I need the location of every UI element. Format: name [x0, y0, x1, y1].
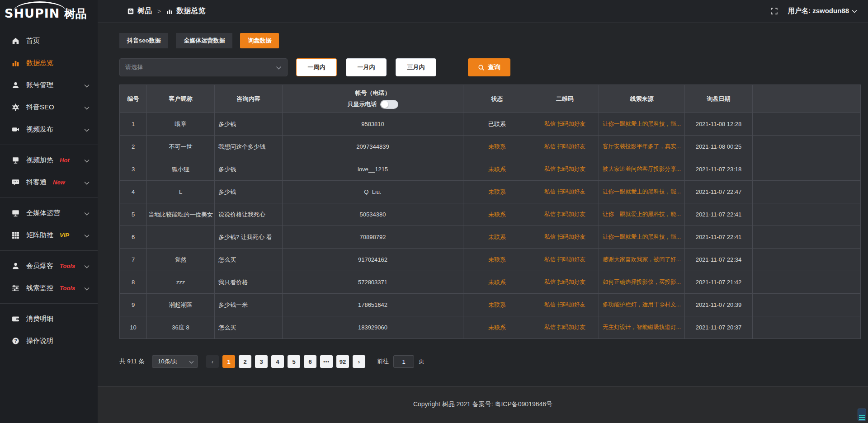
sidebar-item-video-heating[interactable]: 视频加热 Hot [0, 149, 98, 171]
user-dropdown[interactable]: 用户名: zswodun88 [788, 7, 857, 15]
chart-icon [12, 59, 19, 67]
cell-source-link[interactable]: 多功能护栏灯，适用于乡村文... [599, 294, 685, 316]
cell-qrcode-link[interactable]: 私信 扫码加好友 [531, 113, 599, 136]
account-select[interactable]: 请选择 [119, 58, 288, 76]
cell-qrcode-link[interactable]: 私信 扫码加好友 [531, 158, 599, 181]
cell-status: 未联系 [463, 203, 531, 226]
sidebar-item-label: 视频加热 [26, 156, 53, 164]
tab-omni-media-data[interactable]: 全媒体运营数据 [176, 33, 232, 48]
fullscreen-icon[interactable] [770, 7, 778, 15]
sidebar-item-douketong[interactable]: 抖客通 New [0, 171, 98, 193]
cell-qrcode-link[interactable]: 私信 扫码加好友 [531, 181, 599, 203]
cell-qrcode-link[interactable]: 私信 扫码加好友 [531, 294, 599, 316]
tab-inquiry-data[interactable]: 询盘数据 [240, 33, 279, 48]
phone-only-toggle[interactable] [380, 100, 398, 109]
cell-source-link[interactable]: 无主灯设计，智能磁吸轨道灯... [599, 316, 685, 339]
jump-prefix-label: 前往 [377, 357, 389, 366]
chat-icon [12, 179, 19, 186]
cell-account: Q_Liu. [283, 181, 463, 203]
cell-nickname: 觉然 [147, 249, 215, 271]
page-footer: Copyright 树品 2021 备案号: 粤ICP备09019646号 [98, 386, 868, 423]
cell-source-link[interactable]: 让你一眼就爱上的黑科技，能... [599, 113, 685, 136]
sidebar-item-instructions[interactable]: ? 操作说明 [0, 330, 98, 352]
cell-status: 未联系 [463, 136, 531, 158]
grid-icon [12, 231, 19, 239]
sidebar-item-home[interactable]: 首页 [0, 30, 98, 52]
cell-nickname: 潮起潮落 [147, 294, 215, 316]
cell-content: 怎么买 [215, 249, 283, 271]
range-quarter-button[interactable]: 三月内 [396, 58, 436, 76]
cell-qrcode-link[interactable]: 私信 扫码加好友 [531, 136, 599, 158]
page-button-5[interactable]: 5 [288, 355, 300, 368]
sidebar-item-data-overview[interactable]: 数据总览 [0, 52, 98, 74]
sidebar-item-label: 全媒体运营 [26, 209, 60, 217]
column-empty [753, 85, 861, 113]
cell-status: 未联系 [463, 316, 531, 339]
cell-qrcode-link[interactable]: 私信 扫码加好友 [531, 249, 599, 271]
cell-qrcode-link[interactable]: 私信 扫码加好友 [531, 316, 599, 339]
page-button-2[interactable]: 2 [239, 355, 251, 368]
cell-empty [753, 226, 861, 249]
sidebar-item-video-publish[interactable]: 视频发布 [0, 118, 98, 141]
cell-id: 8 [120, 271, 147, 294]
sidebar-item-label: 矩阵助推 [26, 231, 53, 240]
cell-status: 未联系 [463, 158, 531, 181]
sidebar-item-omni-media[interactable]: 全媒体运营 [0, 202, 98, 224]
sidebar-item-douyin-seo[interactable]: 抖音SEO [0, 96, 98, 118]
logo[interactable]: SHUPIN 树品 [0, 0, 98, 25]
cell-account: 917024162 [283, 249, 463, 271]
cell-id: 10 [120, 316, 147, 339]
page-size-select[interactable]: 10条/页 [152, 355, 198, 368]
cell-nickname: 36度 8 [147, 316, 215, 339]
search-button[interactable]: 查询 [468, 58, 510, 76]
cell-source-link[interactable]: 感谢大家喜欢我家，被问了好... [599, 249, 685, 271]
home-icon [12, 37, 19, 45]
chevron-down-icon [84, 156, 90, 164]
sliders-icon [12, 284, 19, 292]
breadcrumb-root[interactable]: 树品 [137, 6, 152, 16]
cell-qrcode-link[interactable]: 私信 扫码加好友 [531, 203, 599, 226]
sidebar-item-account-management[interactable]: 账号管理 [0, 74, 98, 96]
tab-douyin-seo-data[interactable]: 抖音seo数据 [119, 33, 168, 48]
cell-source-link[interactable]: 让你一眼就爱上的黑科技，能... [599, 181, 685, 203]
cell-qrcode-link[interactable]: 私信 扫码加好友 [531, 226, 599, 249]
column-account: 帐号（电话） 只显示电话 [283, 85, 463, 113]
range-week-button[interactable]: 一周内 [296, 58, 337, 76]
cell-nickname: L [147, 181, 215, 203]
page-button-92[interactable]: 92 [336, 355, 349, 368]
more-pages-button[interactable]: ••• [320, 355, 333, 368]
cell-qrcode-link[interactable]: 私信 扫码加好友 [531, 271, 599, 294]
cell-id: 6 [120, 226, 147, 249]
chevron-down-icon [84, 81, 90, 89]
next-page-button[interactable]: › [353, 355, 365, 368]
chevron-down-icon [852, 9, 857, 13]
range-month-button[interactable]: 一月内 [346, 58, 387, 76]
cell-nickname [147, 226, 215, 249]
sidebar-item-spend-details[interactable]: 消费明细 [0, 308, 98, 330]
page-button-4[interactable]: 4 [271, 355, 284, 368]
page-button-3[interactable]: 3 [255, 355, 268, 368]
chevron-down-icon [84, 103, 90, 112]
app-root: SHUPIN 树品 首页 数据总览 账号管理 [0, 0, 868, 423]
page-button-6[interactable]: 6 [304, 355, 316, 368]
total-count-label: 共 911 条 [119, 357, 145, 366]
sidebar-item-matrix-boost[interactable]: 矩阵助推 VIP [0, 224, 98, 246]
cell-source-link[interactable]: 客厅安装投影半年多了，真实... [599, 136, 685, 158]
cell-source-link[interactable]: 被大家追着问的客厅投影分享... [599, 158, 685, 181]
page-button-1[interactable]: 1 [222, 355, 235, 368]
sidebar-item-member-baoke[interactable]: 会员爆客 Tools [0, 255, 98, 277]
sidebar-item-label: 视频发布 [26, 125, 53, 134]
cell-content: 多少钱? 让我死心 看 [215, 226, 283, 249]
data-tabs: 抖音seo数据 全媒体运营数据 询盘数据 [119, 33, 861, 48]
cell-source-link[interactable]: 如何正确选择投影仪，买投影... [599, 271, 685, 294]
floating-widget[interactable] [858, 409, 866, 421]
cell-source-link[interactable]: 让你一眼就爱上的黑科技，能... [599, 203, 685, 226]
sidebar-item-lead-monitoring[interactable]: 线索监控 Tools [0, 277, 98, 299]
cell-empty [753, 271, 861, 294]
cell-source-link[interactable]: 让你一眼就爱上的黑科技，能... [599, 226, 685, 249]
cell-date: 2021-11-07 22:34 [685, 249, 753, 271]
column-account-title: 帐号（电话） [283, 89, 463, 97]
jump-page-input[interactable] [393, 355, 414, 368]
prev-page-button[interactable]: ‹ [206, 355, 219, 368]
cell-account: 70898792 [283, 226, 463, 249]
